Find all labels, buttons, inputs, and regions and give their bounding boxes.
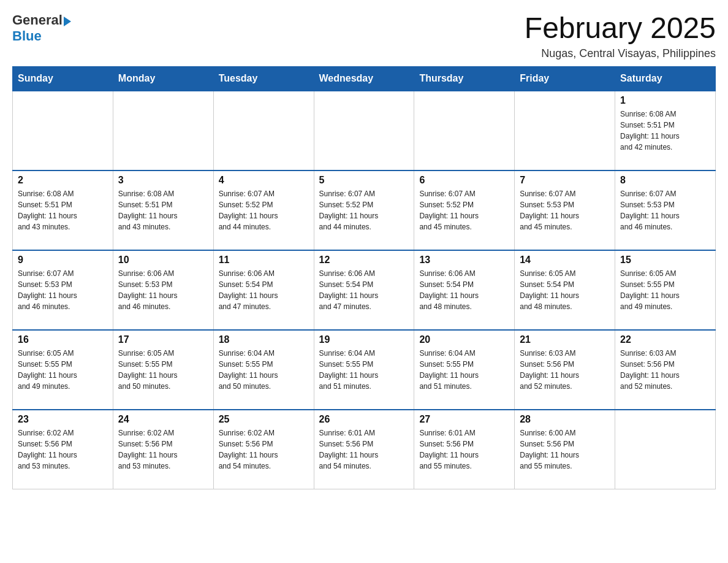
day-info: Sunrise: 6:02 AM Sunset: 5:56 PM Dayligh… — [219, 427, 309, 472]
day-number: 18 — [219, 334, 309, 345]
day-info: Sunrise: 6:05 AM Sunset: 5:54 PM Dayligh… — [520, 268, 610, 312]
calendar-day-cell: 6Sunrise: 6:07 AM Sunset: 5:52 PM Daylig… — [414, 170, 515, 250]
calendar-day-cell: 7Sunrise: 6:07 AM Sunset: 5:53 PM Daylig… — [515, 170, 615, 250]
day-of-week-header: Saturday — [615, 66, 716, 91]
day-info: Sunrise: 6:05 AM Sunset: 5:55 PM Dayligh… — [118, 348, 208, 392]
day-info: Sunrise: 6:08 AM Sunset: 5:51 PM Dayligh… — [620, 109, 710, 153]
day-info: Sunrise: 6:05 AM Sunset: 5:55 PM Dayligh… — [620, 268, 710, 312]
day-info: Sunrise: 6:08 AM Sunset: 5:51 PM Dayligh… — [18, 188, 108, 232]
day-number: 13 — [419, 255, 509, 266]
page-header: General Blue February 2025 Nugas, Centra… — [12, 12, 716, 60]
day-info: Sunrise: 6:04 AM Sunset: 5:55 PM Dayligh… — [319, 348, 409, 392]
day-of-week-header: Friday — [515, 66, 615, 91]
day-info: Sunrise: 6:06 AM Sunset: 5:54 PM Dayligh… — [219, 268, 309, 312]
day-number: 10 — [118, 255, 208, 266]
calendar-day-cell: 8Sunrise: 6:07 AM Sunset: 5:53 PM Daylig… — [615, 170, 716, 250]
day-number: 23 — [18, 414, 108, 425]
day-info: Sunrise: 6:06 AM Sunset: 5:53 PM Dayligh… — [118, 268, 208, 312]
calendar-week-row: 16Sunrise: 6:05 AM Sunset: 5:55 PM Dayli… — [13, 330, 716, 410]
calendar-day-cell: 17Sunrise: 6:05 AM Sunset: 5:55 PM Dayli… — [113, 330, 213, 410]
calendar-day-cell: 22Sunrise: 6:03 AM Sunset: 5:56 PM Dayli… — [615, 330, 716, 410]
day-number: 27 — [419, 414, 509, 425]
day-number: 17 — [118, 334, 208, 345]
day-number: 5 — [319, 175, 409, 186]
day-info: Sunrise: 6:05 AM Sunset: 5:55 PM Dayligh… — [18, 348, 108, 392]
day-of-week-header: Wednesday — [314, 66, 414, 91]
day-number: 3 — [118, 175, 208, 186]
calendar-week-row: 1Sunrise: 6:08 AM Sunset: 5:51 PM Daylig… — [13, 91, 716, 170]
day-info: Sunrise: 6:07 AM Sunset: 5:52 PM Dayligh… — [319, 188, 409, 232]
calendar-header-row: SundayMondayTuesdayWednesdayThursdayFrid… — [13, 66, 716, 91]
day-of-week-header: Monday — [113, 66, 213, 91]
calendar-day-cell — [515, 91, 615, 170]
calendar-week-row: 9Sunrise: 6:07 AM Sunset: 5:53 PM Daylig… — [13, 250, 716, 330]
calendar-day-cell: 18Sunrise: 6:04 AM Sunset: 5:55 PM Dayli… — [213, 330, 314, 410]
logo-blue: Blue — [12, 28, 42, 44]
day-number: 22 — [620, 334, 710, 345]
logo-arrow-icon — [64, 17, 71, 26]
day-info: Sunrise: 6:01 AM Sunset: 5:56 PM Dayligh… — [419, 427, 509, 472]
day-number: 9 — [18, 255, 108, 266]
calendar-day-cell: 21Sunrise: 6:03 AM Sunset: 5:56 PM Dayli… — [515, 330, 615, 410]
calendar-day-cell: 16Sunrise: 6:05 AM Sunset: 5:55 PM Dayli… — [13, 330, 113, 410]
day-info: Sunrise: 6:06 AM Sunset: 5:54 PM Dayligh… — [419, 268, 509, 312]
calendar-day-cell: 23Sunrise: 6:02 AM Sunset: 5:56 PM Dayli… — [13, 410, 113, 489]
calendar-day-cell: 20Sunrise: 6:04 AM Sunset: 5:55 PM Dayli… — [414, 330, 515, 410]
day-number: 26 — [319, 414, 409, 425]
day-info: Sunrise: 6:03 AM Sunset: 5:56 PM Dayligh… — [520, 348, 610, 392]
logo-general: General — [12, 12, 63, 28]
calendar-day-cell: 25Sunrise: 6:02 AM Sunset: 5:56 PM Dayli… — [213, 410, 314, 489]
day-number: 24 — [118, 414, 208, 425]
calendar-day-cell: 13Sunrise: 6:06 AM Sunset: 5:54 PM Dayli… — [414, 250, 515, 330]
calendar-day-cell: 1Sunrise: 6:08 AM Sunset: 5:51 PM Daylig… — [615, 91, 716, 170]
calendar-day-cell: 27Sunrise: 6:01 AM Sunset: 5:56 PM Dayli… — [414, 410, 515, 489]
day-of-week-header: Tuesday — [213, 66, 314, 91]
day-info: Sunrise: 6:02 AM Sunset: 5:56 PM Dayligh… — [118, 427, 208, 472]
calendar-day-cell — [13, 91, 113, 170]
day-number: 14 — [520, 255, 610, 266]
day-info: Sunrise: 6:04 AM Sunset: 5:55 PM Dayligh… — [419, 348, 509, 392]
day-number: 19 — [319, 334, 409, 345]
day-info: Sunrise: 6:02 AM Sunset: 5:56 PM Dayligh… — [18, 427, 108, 472]
day-number: 28 — [520, 414, 610, 425]
day-number: 21 — [520, 334, 610, 345]
calendar-day-cell: 12Sunrise: 6:06 AM Sunset: 5:54 PM Dayli… — [314, 250, 414, 330]
calendar-day-cell: 10Sunrise: 6:06 AM Sunset: 5:53 PM Dayli… — [113, 250, 213, 330]
day-number: 16 — [18, 334, 108, 345]
day-number: 7 — [520, 175, 610, 186]
day-info: Sunrise: 6:00 AM Sunset: 5:56 PM Dayligh… — [520, 427, 610, 472]
day-info: Sunrise: 6:07 AM Sunset: 5:53 PM Dayligh… — [18, 268, 108, 312]
calendar-day-cell: 28Sunrise: 6:00 AM Sunset: 5:56 PM Dayli… — [515, 410, 615, 489]
calendar-day-cell — [113, 91, 213, 170]
calendar-day-cell — [314, 91, 414, 170]
calendar-day-cell: 24Sunrise: 6:02 AM Sunset: 5:56 PM Dayli… — [113, 410, 213, 489]
calendar-day-cell: 5Sunrise: 6:07 AM Sunset: 5:52 PM Daylig… — [314, 170, 414, 250]
calendar-day-cell: 14Sunrise: 6:05 AM Sunset: 5:54 PM Dayli… — [515, 250, 615, 330]
calendar-day-cell — [213, 91, 314, 170]
day-number: 11 — [219, 255, 309, 266]
title-area: February 2025 Nugas, Central Visayas, Ph… — [525, 12, 716, 60]
calendar-day-cell: 4Sunrise: 6:07 AM Sunset: 5:52 PM Daylig… — [213, 170, 314, 250]
calendar-day-cell: 26Sunrise: 6:01 AM Sunset: 5:56 PM Dayli… — [314, 410, 414, 489]
calendar-day-cell: 3Sunrise: 6:08 AM Sunset: 5:51 PM Daylig… — [113, 170, 213, 250]
day-number: 15 — [620, 255, 710, 266]
day-number: 20 — [419, 334, 509, 345]
day-number: 4 — [219, 175, 309, 186]
calendar-table: SundayMondayTuesdayWednesdayThursdayFrid… — [12, 66, 716, 490]
day-number: 6 — [419, 175, 509, 186]
day-info: Sunrise: 6:08 AM Sunset: 5:51 PM Dayligh… — [118, 188, 208, 232]
day-info: Sunrise: 6:07 AM Sunset: 5:52 PM Dayligh… — [419, 188, 509, 232]
calendar-day-cell: 15Sunrise: 6:05 AM Sunset: 5:55 PM Dayli… — [615, 250, 716, 330]
day-info: Sunrise: 6:06 AM Sunset: 5:54 PM Dayligh… — [319, 268, 409, 312]
calendar-day-cell: 2Sunrise: 6:08 AM Sunset: 5:51 PM Daylig… — [13, 170, 113, 250]
day-of-week-header: Sunday — [13, 66, 113, 91]
day-number: 12 — [319, 255, 409, 266]
calendar-day-cell: 19Sunrise: 6:04 AM Sunset: 5:55 PM Dayli… — [314, 330, 414, 410]
logo: General Blue — [12, 12, 71, 44]
day-info: Sunrise: 6:01 AM Sunset: 5:56 PM Dayligh… — [319, 427, 409, 472]
day-number: 8 — [620, 175, 710, 186]
day-of-week-header: Thursday — [414, 66, 515, 91]
location: Nugas, Central Visayas, Philippines — [525, 47, 716, 60]
calendar-day-cell: 9Sunrise: 6:07 AM Sunset: 5:53 PM Daylig… — [13, 250, 113, 330]
day-number: 1 — [620, 95, 710, 106]
